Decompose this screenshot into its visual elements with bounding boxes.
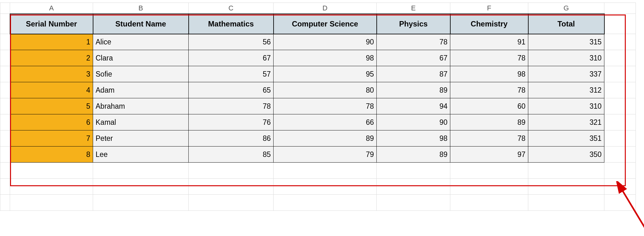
row-header[interactable] <box>0 66 10 82</box>
cell-empty[interactable] <box>604 163 636 179</box>
cell-empty[interactable] <box>189 163 274 179</box>
cell-total[interactable]: 310 <box>528 50 604 66</box>
select-all-corner[interactable] <box>0 3 10 14</box>
cell-math[interactable]: 57 <box>189 66 274 82</box>
cell-empty[interactable] <box>604 130 636 147</box>
row-header[interactable] <box>0 34 10 50</box>
cell-total[interactable]: 321 <box>528 114 604 130</box>
cell-empty[interactable] <box>528 163 604 179</box>
cell-name[interactable]: Adam <box>93 82 189 98</box>
cell-serial[interactable]: 7 <box>10 130 93 147</box>
cell-empty[interactable] <box>377 195 450 211</box>
cell-cs[interactable]: 79 <box>274 147 377 163</box>
cell-math[interactable]: 76 <box>189 114 274 130</box>
cell-cs[interactable]: 89 <box>274 130 377 147</box>
cell-math[interactable]: 86 <box>189 130 274 147</box>
cell-chem[interactable]: 78 <box>450 130 528 147</box>
cell-total[interactable]: 337 <box>528 66 604 82</box>
cell-empty[interactable] <box>274 195 377 211</box>
cell-cs[interactable]: 90 <box>274 34 377 50</box>
cell-empty[interactable] <box>274 179 377 195</box>
cell-total[interactable]: 350 <box>528 147 604 163</box>
cell-empty[interactable] <box>93 163 189 179</box>
column-header-D[interactable]: D <box>274 3 377 14</box>
cell-chem[interactable]: 91 <box>450 34 528 50</box>
cell-name[interactable]: Lee <box>93 147 189 163</box>
cell-empty[interactable] <box>10 179 93 195</box>
cell-total[interactable]: 351 <box>528 130 604 147</box>
cell-empty[interactable] <box>604 195 636 211</box>
cell-total[interactable]: 312 <box>528 82 604 98</box>
cell-chem[interactable]: 98 <box>450 66 528 82</box>
cell-chem[interactable]: 97 <box>450 147 528 163</box>
cell-empty[interactable] <box>189 179 274 195</box>
cell-name[interactable]: Abraham <box>93 98 189 114</box>
cell-cs[interactable]: 78 <box>274 98 377 114</box>
cell-total[interactable]: 310 <box>528 98 604 114</box>
row-header[interactable] <box>0 147 10 163</box>
cell-math[interactable]: 67 <box>189 50 274 66</box>
cell-cs[interactable]: 98 <box>274 50 377 66</box>
cell-chem[interactable]: 60 <box>450 98 528 114</box>
cell-empty[interactable] <box>604 147 636 163</box>
cell-empty[interactable] <box>604 98 636 114</box>
cell-physics[interactable]: 89 <box>377 147 450 163</box>
header-computer-science[interactable]: Computer Science <box>274 14 377 34</box>
cell-empty[interactable] <box>274 163 377 179</box>
cell-serial[interactable]: 6 <box>10 114 93 130</box>
cell-empty[interactable] <box>10 163 93 179</box>
cell-chem[interactable]: 89 <box>450 114 528 130</box>
cell-empty[interactable] <box>604 82 636 98</box>
cell-empty[interactable] <box>604 179 636 195</box>
cell-empty[interactable] <box>93 179 189 195</box>
cell-empty[interactable] <box>604 50 636 66</box>
header-chemistry[interactable]: Chemistry <box>450 14 528 34</box>
cell-physics[interactable]: 67 <box>377 50 450 66</box>
cell-empty[interactable] <box>528 179 604 195</box>
header-mathematics[interactable]: Mathematics <box>189 14 274 34</box>
cell-empty[interactable] <box>450 163 528 179</box>
cell-physics[interactable]: 87 <box>377 66 450 82</box>
cell-math[interactable]: 78 <box>189 98 274 114</box>
cell-chem[interactable]: 78 <box>450 50 528 66</box>
cell-serial[interactable]: 3 <box>10 66 93 82</box>
cell-physics[interactable]: 94 <box>377 98 450 114</box>
cell-chem[interactable]: 78 <box>450 82 528 98</box>
column-header-G[interactable]: G <box>528 3 604 14</box>
column-header-A[interactable]: A <box>10 3 93 14</box>
cell-physics[interactable]: 78 <box>377 34 450 50</box>
cell-empty[interactable] <box>604 34 636 50</box>
row-header[interactable] <box>0 179 10 195</box>
cell-serial[interactable]: 5 <box>10 98 93 114</box>
cell-serial[interactable]: 2 <box>10 50 93 66</box>
cell-serial[interactable]: 8 <box>10 147 93 163</box>
header-physics[interactable]: Physics <box>377 14 450 34</box>
cell-math[interactable]: 85 <box>189 147 274 163</box>
column-header-C[interactable]: C <box>189 3 274 14</box>
header-student-name[interactable]: Student Name <box>93 14 189 34</box>
cell-empty[interactable] <box>604 114 636 130</box>
cell-cs[interactable]: 66 <box>274 114 377 130</box>
cell-serial[interactable]: 4 <box>10 82 93 98</box>
row-header-blank-1[interactable] <box>0 14 10 34</box>
row-header[interactable] <box>0 114 10 130</box>
cell-empty[interactable] <box>450 179 528 195</box>
cell-empty[interactable] <box>93 195 189 211</box>
spreadsheet-grid[interactable]: A B C D E F G Serial Number Student Name… <box>0 3 636 211</box>
column-header-F[interactable]: F <box>450 3 528 14</box>
row-header[interactable] <box>0 130 10 147</box>
column-header-B[interactable]: B <box>93 3 189 14</box>
cell-physics[interactable]: 90 <box>377 114 450 130</box>
cell-name[interactable]: Kamal <box>93 114 189 130</box>
cell-name[interactable]: Peter <box>93 130 189 147</box>
cell-serial[interactable]: 1 <box>10 34 93 50</box>
row-header[interactable] <box>0 50 10 66</box>
cell-empty[interactable] <box>604 14 636 34</box>
column-header-E[interactable]: E <box>377 3 450 14</box>
cell-empty[interactable] <box>377 163 450 179</box>
cell-empty[interactable] <box>189 195 274 211</box>
cell-empty[interactable] <box>450 195 528 211</box>
row-header[interactable] <box>0 163 10 179</box>
cell-empty[interactable] <box>604 66 636 82</box>
cell-physics[interactable]: 98 <box>377 130 450 147</box>
